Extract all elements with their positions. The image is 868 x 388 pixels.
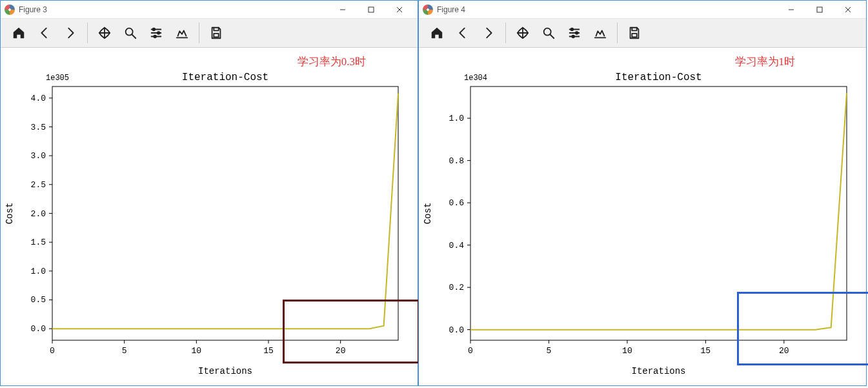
- svg-text:3.0: 3.0: [31, 151, 46, 161]
- svg-text:10: 10: [192, 346, 202, 356]
- svg-text:0.4: 0.4: [449, 241, 465, 250]
- svg-rect-51: [470, 87, 847, 340]
- toolbar-separator: [505, 23, 506, 43]
- learning-rate-annotation: 学习率为1时: [735, 54, 796, 69]
- svg-point-6: [157, 32, 160, 34]
- svg-text:1.5: 1.5: [31, 238, 46, 247]
- maximize-button[interactable]: [357, 1, 385, 19]
- back-button[interactable]: [32, 20, 57, 46]
- svg-text:Iterations: Iterations: [631, 366, 685, 376]
- svg-point-46: [544, 28, 551, 36]
- edit-button[interactable]: [169, 20, 195, 46]
- pan-button[interactable]: [510, 20, 536, 46]
- toolbar-separator: [199, 23, 199, 43]
- window-controls: [328, 1, 414, 19]
- svg-text:Cost: Cost: [5, 203, 15, 225]
- svg-text:1.0: 1.0: [31, 267, 46, 276]
- svg-text:15: 15: [263, 346, 274, 356]
- svg-text:1.0: 1.0: [449, 114, 464, 123]
- toolbar-separator: [617, 23, 618, 43]
- save-button[interactable]: [621, 20, 647, 46]
- close-button[interactable]: [385, 1, 414, 19]
- plot-area[interactable]: 051015200.00.20.40.60.81.0Iteration-Cost…: [419, 48, 866, 385]
- home-button[interactable]: [424, 20, 450, 46]
- svg-text:Iterations: Iterations: [198, 366, 252, 376]
- window-title: Figure 3: [19, 5, 47, 14]
- close-button[interactable]: [834, 1, 862, 19]
- zoom-button[interactable]: [117, 20, 143, 46]
- matplotlib-icon: [423, 5, 433, 15]
- titlebar[interactable]: Figure 3: [1, 1, 418, 19]
- svg-rect-8: [214, 34, 218, 37]
- svg-text:10: 10: [622, 346, 632, 356]
- titlebar[interactable]: Figure 4: [419, 1, 866, 19]
- forward-button[interactable]: [57, 20, 83, 46]
- svg-point-7: [154, 36, 156, 38]
- svg-text:2.5: 2.5: [31, 180, 46, 190]
- chart-left: 051015200.00.51.01.52.02.53.03.54.0Itera…: [1, 48, 418, 385]
- svg-point-49: [572, 36, 574, 38]
- svg-point-4: [126, 28, 133, 36]
- zoom-button[interactable]: [536, 20, 561, 46]
- svg-point-47: [571, 28, 574, 31]
- forward-button[interactable]: [476, 20, 501, 46]
- svg-rect-43: [817, 7, 822, 12]
- svg-text:5: 5: [547, 346, 552, 356]
- svg-text:3.5: 3.5: [31, 123, 46, 132]
- figure-window-3: Figure 3 051015200.00.51.01.52.02.53.03.…: [0, 0, 418, 386]
- svg-text:2.0: 2.0: [31, 209, 46, 219]
- svg-text:0: 0: [468, 346, 473, 356]
- svg-text:0.0: 0.0: [449, 325, 464, 335]
- svg-text:20: 20: [336, 346, 346, 356]
- svg-text:Iteration-Cost: Iteration-Cost: [182, 72, 268, 83]
- svg-text:Iteration-Cost: Iteration-Cost: [615, 72, 701, 83]
- svg-text:15: 15: [701, 346, 711, 356]
- svg-text:0.6: 0.6: [449, 198, 464, 208]
- configure-button[interactable]: [561, 20, 587, 46]
- save-button[interactable]: [203, 20, 229, 46]
- learning-rate-annotation: 学习率为0.3时: [298, 54, 366, 69]
- maximize-button[interactable]: [805, 1, 834, 19]
- toolbar: [419, 19, 866, 48]
- pan-button[interactable]: [92, 20, 117, 46]
- window-title: Figure 4: [437, 5, 465, 14]
- window-controls: [777, 1, 862, 19]
- svg-text:5: 5: [122, 346, 127, 356]
- toolbar-separator: [87, 23, 88, 43]
- svg-text:1e304: 1e304: [464, 74, 487, 83]
- minimize-button[interactable]: [777, 1, 805, 19]
- svg-rect-1: [368, 7, 374, 12]
- minimize-button[interactable]: [328, 1, 357, 19]
- svg-text:0.5: 0.5: [31, 295, 46, 305]
- svg-text:1e305: 1e305: [46, 74, 69, 83]
- svg-text:0: 0: [50, 346, 55, 356]
- svg-text:0.2: 0.2: [449, 283, 464, 292]
- svg-text:0.0: 0.0: [31, 324, 46, 334]
- configure-button[interactable]: [143, 20, 169, 46]
- figure-window-4: Figure 4 051015200.00.20.40.60.81.0Itera…: [418, 0, 867, 386]
- svg-text:0.8: 0.8: [449, 156, 464, 166]
- svg-text:Cost: Cost: [423, 203, 433, 225]
- svg-rect-9: [52, 87, 398, 340]
- svg-text:4.0: 4.0: [31, 94, 46, 103]
- plot-area[interactable]: 051015200.00.51.01.52.02.53.03.54.0Itera…: [1, 48, 418, 385]
- back-button[interactable]: [450, 20, 476, 46]
- matplotlib-icon: [5, 5, 15, 15]
- toolbar: [1, 19, 418, 48]
- svg-point-5: [153, 28, 156, 31]
- svg-text:20: 20: [779, 346, 789, 356]
- svg-point-48: [576, 32, 578, 34]
- home-button[interactable]: [6, 20, 32, 46]
- edit-button[interactable]: [587, 20, 613, 46]
- chart-right: 051015200.00.20.40.60.81.0Iteration-Cost…: [419, 48, 866, 385]
- svg-rect-50: [632, 34, 636, 37]
